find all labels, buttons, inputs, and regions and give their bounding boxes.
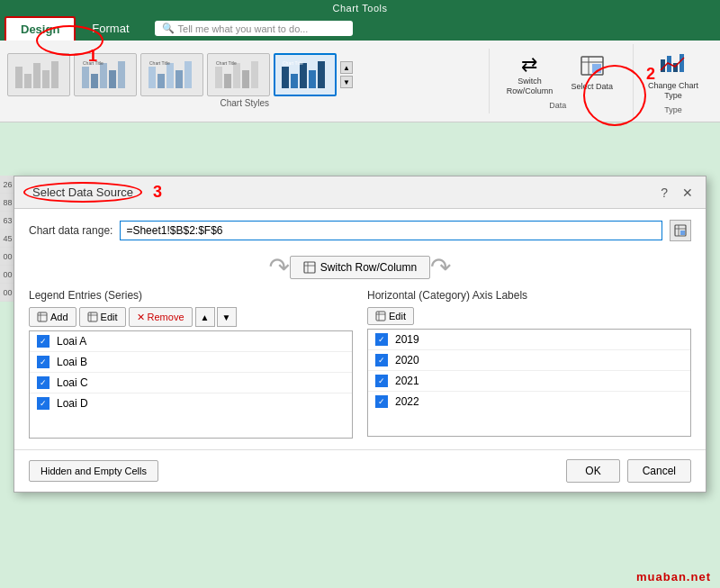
axis-labels-header: Horizontal (Category) Axis Labels <box>367 289 691 302</box>
footer-right-btns: OK Cancel <box>566 459 691 483</box>
tab-design[interactable]: Design <box>4 16 76 41</box>
legend-checkbox-1[interactable]: ✓ <box>37 356 50 368</box>
switch-row-area: ↶ Switch Row/Column ↷ <box>29 252 691 282</box>
legend-entries-section: Legend Entries (Series) Add Edit ✕ Remov… <box>29 289 353 439</box>
axis-checkbox-2[interactable]: ✓ <box>375 375 388 387</box>
add-series-btn[interactable]: Add <box>29 307 76 327</box>
svg-rect-25 <box>300 63 307 88</box>
ribbon-container: Chart Tools Design Format 🔍 Tell me what… <box>0 0 720 41</box>
axis-item-0[interactable]: ✓ 2019 <box>368 330 690 350</box>
axis-item-label-0: 2019 <box>395 333 419 346</box>
remove-series-btn[interactable]: ✕ Remove <box>129 307 193 327</box>
svg-rect-24 <box>291 74 298 88</box>
scroll-up[interactable]: ▲ <box>340 61 353 74</box>
axis-checkbox-0[interactable]: ✓ <box>375 333 388 346</box>
svg-rect-50 <box>376 312 385 321</box>
cancel-btn[interactable]: Cancel <box>627 459 691 483</box>
legend-list-box: ✓ Loai A ✓ Loai B ✓ Loai C ✓ Loai D <box>29 330 353 439</box>
svg-rect-19 <box>233 63 240 88</box>
axis-item-2[interactable]: ✓ 2021 <box>368 371 690 392</box>
range-icon-btn[interactable] <box>670 220 691 241</box>
tab-format[interactable]: Format <box>77 17 143 40</box>
chart-range-row: Chart data range: <box>29 220 691 241</box>
search-box[interactable]: 🔍 Tell me what you want to do... <box>155 21 353 36</box>
add-label: Add <box>50 312 68 322</box>
chart-range-input[interactable] <box>120 221 662 240</box>
chart-thumb-4[interactable]: Chart Title <box>207 53 270 96</box>
hidden-empty-cells-btn[interactable]: Hidden and Empty Cells <box>29 460 158 482</box>
svg-rect-7 <box>100 63 107 88</box>
axis-checkbox-3[interactable]: ✓ <box>375 395 388 408</box>
edit-series-btn[interactable]: Edit <box>79 307 126 327</box>
svg-rect-14 <box>176 70 183 88</box>
svg-rect-11 <box>148 67 156 88</box>
change-chart-type-btn[interactable]: Change Chart Type <box>641 48 706 104</box>
select-data-btn[interactable]: Select Data <box>565 52 618 99</box>
svg-rect-15 <box>184 61 192 88</box>
legend-checkbox-3[interactable]: ✓ <box>37 397 50 410</box>
chart-thumb-1[interactable] <box>7 53 70 96</box>
svg-rect-21 <box>251 61 258 88</box>
axis-checkbox-1[interactable]: ✓ <box>375 354 388 366</box>
switch-row-btn-label: Switch Row/Column <box>320 261 417 274</box>
legend-item-0[interactable]: ✓ Loai A <box>30 331 352 352</box>
dialog-title: Select Data Source 3 <box>23 182 162 203</box>
svg-rect-5 <box>82 67 89 88</box>
chart-thumb-5[interactable]: Chart Title <box>274 53 337 96</box>
remove-label: Remove <box>148 312 184 322</box>
axis-item-label-3: 2022 <box>395 395 419 408</box>
svg-rect-13 <box>166 63 174 88</box>
chart-styles-row: Chart Title Chart Title Chart Title Char… <box>7 53 482 96</box>
axis-edit-label: Edit <box>389 311 406 321</box>
dialog-body: Chart data range: ↶ Switch Row/Column ↷ … <box>14 209 706 449</box>
axis-item-3[interactable]: ✓ 2022 <box>368 392 690 412</box>
remove-x-icon: ✕ <box>137 312 145 323</box>
edit-label: Edit <box>101 312 118 322</box>
svg-rect-1 <box>24 74 32 88</box>
svg-rect-17 <box>215 67 222 88</box>
chart-thumb-2[interactable]: Chart Title <box>74 53 137 96</box>
svg-rect-9 <box>118 61 125 88</box>
svg-rect-12 <box>158 74 165 88</box>
legend-toolbar: Add Edit ✕ Remove ▲ ▼ <box>29 307 353 327</box>
search-icon: 🔍 <box>162 23 175 34</box>
svg-rect-36 <box>680 54 684 72</box>
chart-thumb-3[interactable]: Chart Title <box>140 53 203 96</box>
series-up-btn[interactable]: ▲ <box>195 307 215 327</box>
axis-toolbar: Edit <box>367 307 691 325</box>
legend-entries-header: Legend Entries (Series) <box>29 289 353 302</box>
legend-item-2[interactable]: ✓ Loai C <box>30 373 352 394</box>
edit-axis-btn[interactable]: Edit <box>367 307 414 325</box>
axis-item-label-1: 2020 <box>395 354 419 366</box>
svg-rect-26 <box>309 70 316 88</box>
switch-row-column-dialog-btn[interactable]: Switch Row/Column <box>290 256 430 279</box>
legend-item-1[interactable]: ✓ Loai B <box>30 352 352 373</box>
svg-rect-18 <box>224 74 231 88</box>
select-data-icon <box>580 55 605 80</box>
scroll-down[interactable]: ▼ <box>340 76 353 88</box>
svg-text:Chart Title: Chart Title <box>83 60 104 66</box>
svg-rect-4 <box>51 61 58 88</box>
legend-item-label-2: Loai C <box>57 376 88 389</box>
legend-checkbox-0[interactable]: ✓ <box>37 335 50 348</box>
dialog-footer: Hidden and Empty Cells OK Cancel <box>14 449 706 492</box>
dialog-close-btn[interactable]: ✕ <box>679 185 697 200</box>
svg-rect-23 <box>282 67 289 88</box>
chart-tools-label: Chart Tools <box>0 0 720 16</box>
change-chart-type-icon <box>659 50 688 79</box>
axis-item-1[interactable]: ✓ 2020 <box>368 350 690 371</box>
search-placeholder: Tell me what you want to do... <box>178 23 309 34</box>
badge-3-label: 3 <box>153 183 162 202</box>
legend-item-3[interactable]: ✓ Loai D <box>30 394 352 413</box>
ok-btn[interactable]: OK <box>566 459 619 483</box>
svg-rect-20 <box>242 70 249 88</box>
series-down-btn[interactable]: ▼ <box>217 307 237 327</box>
switch-row-column-btn[interactable]: ⇄ Switch Row/Column <box>497 52 562 99</box>
dialog-help-btn[interactable]: ? <box>657 185 671 200</box>
legend-checkbox-2[interactable]: ✓ <box>37 376 50 389</box>
svg-rect-44 <box>38 312 47 321</box>
svg-rect-0 <box>15 67 22 88</box>
svg-rect-47 <box>88 312 97 321</box>
type-group: Change Chart Type Type <box>633 44 713 118</box>
chart-styles-label: Chart Styles <box>7 98 482 108</box>
